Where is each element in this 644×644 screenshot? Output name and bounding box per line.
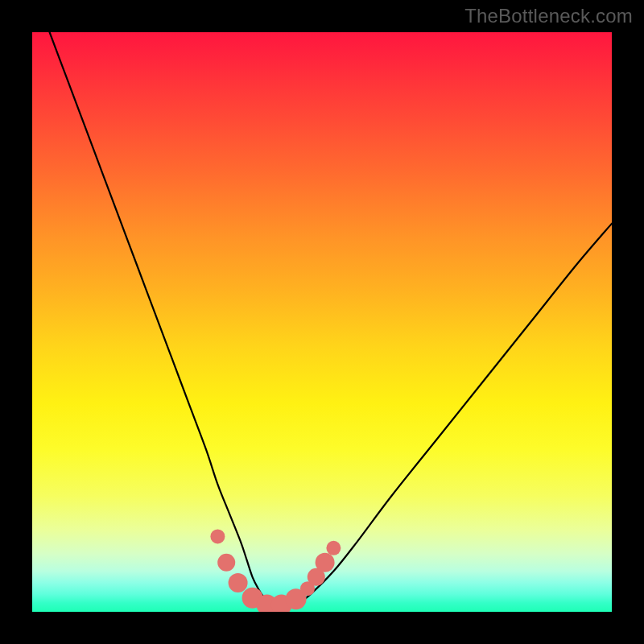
curve-layer <box>32 32 612 612</box>
marker-point <box>326 541 341 555</box>
chart-frame: TheBottleneck.com <box>0 0 644 644</box>
marker-point <box>316 553 335 572</box>
plot-area <box>32 32 612 612</box>
watermark-text: TheBottleneck.com <box>464 5 633 27</box>
marker-point <box>210 529 225 543</box>
marker-point <box>217 554 235 572</box>
highlighted-points <box>210 529 341 612</box>
marker-point <box>229 573 248 592</box>
bottleneck-curve <box>50 32 612 608</box>
